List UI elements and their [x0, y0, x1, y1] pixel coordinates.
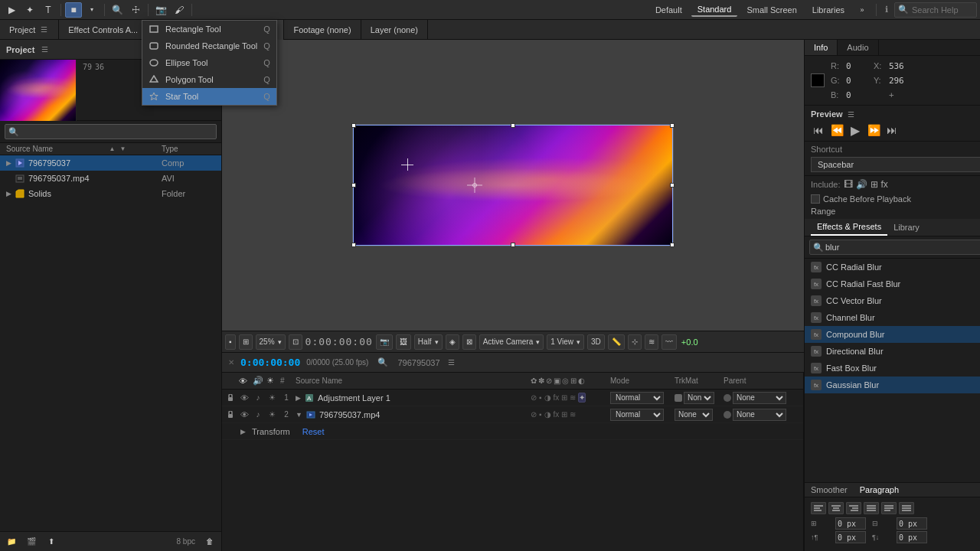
layer-1-collapse-btn[interactable]: ▪ — [539, 410, 542, 419]
effect-item-7[interactable]: fx Gaussian Blur — [805, 377, 980, 393]
info-tab-info[interactable]: Info — [805, 40, 838, 55]
layer-0-expand-btn[interactable]: ▶ — [296, 394, 301, 402]
preview-last-btn[interactable]: ⏭ — [884, 122, 900, 138]
effects-search-input[interactable] — [825, 243, 980, 252]
handle-tr[interactable] — [670, 123, 675, 128]
layer-1-lock-btn[interactable] — [225, 411, 236, 419]
camera-tool-btn[interactable]: 📷 — [152, 2, 169, 18]
new-comp-btn[interactable]: 🎬 — [23, 534, 40, 549]
layer-0-frame-blend-btn[interactable]: ⊞ — [561, 393, 567, 402]
timeline-menu-btn[interactable]: ☰ — [446, 357, 457, 368]
layer-1-shy-btn[interactable]: ⊘ — [531, 410, 537, 419]
import-btn[interactable]: ⬆ — [43, 534, 60, 549]
layer-0-quality-btn[interactable]: ◑ — [544, 393, 551, 402]
shortcut-select[interactable]: Spacebar — [811, 157, 980, 172]
layer-1-motion-blur-btn[interactable]: ≋ — [570, 410, 576, 419]
effect-item-4[interactable]: fx Compound Blur — [805, 326, 980, 343]
search-help-input[interactable] — [912, 5, 973, 15]
ruler-btn[interactable]: 📏 — [608, 334, 625, 350]
layer-1-expand-btn[interactable]: ▼ — [296, 411, 302, 419]
layer-0-audio-btn[interactable]: ♪ — [253, 393, 263, 402]
handle-tc[interactable] — [511, 123, 515, 128]
space-after-input[interactable] — [897, 531, 927, 543]
show-snapshot-btn[interactable]: 🖼 — [396, 334, 411, 350]
info-plus-btn[interactable]: + — [889, 90, 894, 100]
handle-mr[interactable] — [670, 183, 675, 187]
zoom-dropdown[interactable]: 25% ▾ — [256, 334, 286, 350]
effect-item-6[interactable]: fx Fast Box Blur — [805, 360, 980, 377]
align-justify-all-btn[interactable] — [899, 502, 914, 514]
hand-tool-btn[interactable]: ☩ — [127, 2, 144, 18]
color-swatch[interactable] — [811, 73, 825, 87]
indent-right-input[interactable] — [897, 517, 927, 530]
file-expand-2[interactable]: ▶ — [6, 190, 11, 197]
text-tool-btn[interactable]: T — [40, 2, 57, 18]
view-dropdown[interactable]: 1 View ▾ — [547, 334, 584, 350]
effect-item-1[interactable]: fx CC Radial Fast Blur — [805, 276, 980, 292]
tab-effect-controls[interactable]: Effect Controls A... — [59, 20, 148, 40]
project-panel-menu-btn[interactable]: ☰ — [39, 44, 50, 55]
layer-0-mode-select[interactable]: Normal — [610, 392, 664, 404]
transform-reset-link[interactable]: Reset — [302, 427, 325, 436]
align-center-btn[interactable] — [828, 502, 844, 514]
layer-1-mode-select[interactable]: Normal — [610, 409, 664, 421]
effect-item-0[interactable]: fx CC Radial Blur — [805, 259, 980, 276]
resolution-btn[interactable]: ⊡ — [289, 334, 302, 350]
effect-item-3[interactable]: fx Channel Blur — [805, 309, 980, 326]
timeline-close-btn[interactable]: ✕ — [228, 358, 234, 367]
align-left-btn[interactable] — [811, 502, 826, 514]
align-justify-last-left-btn[interactable] — [881, 502, 897, 514]
cache-checkbox[interactable] — [811, 194, 820, 204]
include-audio-btn[interactable]: 🔊 — [856, 179, 867, 190]
comp-grid-btn[interactable]: ⊞ — [239, 334, 253, 350]
rectangle-tool-item[interactable]: Rectangle Tool Q — [142, 21, 276, 37]
comp-time-display[interactable]: 0:00:00:00 — [305, 336, 373, 347]
comp-hide-btn[interactable]: ▪ — [225, 334, 236, 350]
workspace-libraries-btn[interactable]: Libraries — [806, 4, 851, 16]
shape-tool-dropdown-arrow[interactable]: ▾ — [83, 2, 100, 18]
layer-sub-transform[interactable]: ▶ Transform Reset — [222, 423, 803, 440]
transform-expand-btn[interactable]: ▶ — [240, 428, 246, 435]
layer-0-effect-btn[interactable]: fx — [554, 393, 560, 402]
polygon-tool-item[interactable]: Polygon Tool Q — [142, 71, 276, 88]
info-tab-audio[interactable]: Audio — [838, 40, 878, 55]
effects-tab-effects[interactable]: Effects & Presets — [811, 219, 887, 236]
file-col-name-header[interactable]: Source Name — [6, 145, 105, 153]
br-tab-smoother[interactable]: Smoother — [805, 483, 854, 497]
file-item-0[interactable]: ▶ 796795037 Comp — [0, 155, 221, 171]
effects-tab-library[interactable]: Library — [887, 220, 926, 235]
file-item-2[interactable]: ▶ Solids Folder — [0, 186, 221, 201]
layer-1-vis-btn[interactable]: 👁 — [239, 410, 250, 419]
timeline-time-display[interactable]: 0:00:00:00 — [240, 357, 300, 368]
timeline-search-btn[interactable]: 🔍 — [374, 355, 391, 370]
guides-btn[interactable]: ⊹ — [628, 334, 642, 350]
fast-preview-btn[interactable]: ◈ — [446, 334, 459, 350]
indent-left-input[interactable] — [835, 517, 866, 530]
layer-0-collapse-btn[interactable]: ▪ — [539, 393, 542, 402]
layer-0-lock-btn[interactable] — [225, 394, 236, 402]
preview-prev-btn[interactable]: ⏪ — [829, 122, 844, 138]
handle-bl[interactable] — [351, 243, 356, 247]
workspace-small-screen-btn[interactable]: Small Screen — [740, 4, 802, 16]
align-justify-btn[interactable] — [864, 502, 879, 514]
rounded-rect-tool-item[interactable]: Rounded Rectangle Tool Q — [142, 37, 276, 54]
layer-1-frame-blend-btn[interactable]: ⊞ — [561, 410, 567, 419]
layer-row-1[interactable]: 👁 ♪ ☀ 2 ▼ 796795037.mp4 — [222, 406, 803, 423]
workspace-standard-btn[interactable]: Standard — [691, 3, 738, 17]
align-right-btn[interactable] — [846, 502, 861, 514]
delete-btn[interactable]: 🗑 — [201, 534, 218, 549]
layer-0-motion-blur-btn[interactable]: ≋ — [570, 393, 576, 402]
layer-1-audio-btn[interactable]: ♪ — [253, 410, 263, 419]
3d-btn[interactable]: 3D — [587, 334, 605, 350]
workspace-default-btn[interactable]: Default — [649, 4, 688, 16]
snapshot-btn[interactable]: 📷 — [376, 334, 393, 350]
tab-project-menu[interactable]: ☰ — [38, 24, 49, 35]
handle-br[interactable] — [670, 243, 675, 247]
new-folder-btn[interactable]: 📁 — [3, 534, 20, 549]
zoom-tool-btn[interactable]: 🔍 — [109, 2, 126, 18]
space-before-input[interactable] — [835, 531, 866, 543]
tab-footage[interactable]: Footage (none) — [284, 20, 361, 40]
layer-0-adjustment-btn[interactable]: ✦ — [578, 393, 586, 403]
handle-tl[interactable] — [351, 123, 356, 128]
camera-dropdown[interactable]: Active Camera ▾ — [479, 334, 544, 350]
